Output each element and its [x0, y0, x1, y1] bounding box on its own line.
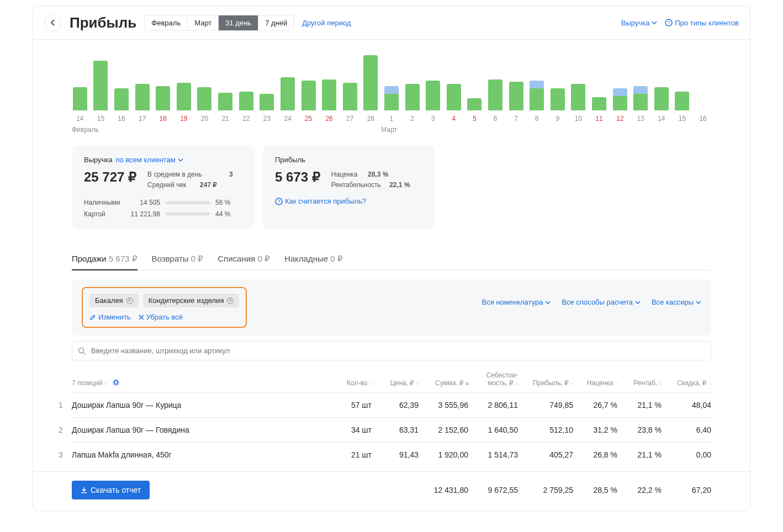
nomenclature-dropdown[interactable]: Вся номенклатура [482, 298, 551, 306]
chart-bar[interactable] [488, 79, 502, 110]
back-button[interactable] [44, 14, 62, 31]
rent-label: Рентабельность [331, 181, 381, 189]
chart-bar[interactable] [177, 83, 191, 110]
chart-day-label: 22 [238, 115, 255, 123]
chart-day-label: 10 [570, 115, 587, 123]
th-markup[interactable]: Наценка [587, 379, 613, 387]
chart-bar[interactable] [530, 81, 544, 110]
help-icon: ? [275, 198, 283, 205]
tab-Продажи[interactable]: Продажи 5 673 ₽ [72, 248, 137, 270]
th-sum[interactable]: Сумма, ₽ [435, 379, 464, 387]
about-clients-label: Про типы клиентов [675, 19, 739, 27]
download-report-button[interactable]: Скачать отчет [72, 481, 150, 499]
chart-bar[interactable] [551, 88, 565, 110]
chart-day-label: 18 [155, 115, 171, 123]
other-period-link[interactable]: Другой период [302, 19, 351, 27]
chart-bar[interactable] [467, 98, 482, 110]
method-dropdown[interactable]: Все способы расчета [562, 298, 640, 306]
chart-bar[interactable] [384, 86, 399, 110]
chart-bar[interactable] [675, 92, 689, 110]
chart-bar[interactable] [509, 82, 523, 110]
th-rent[interactable]: Рентаб. [633, 379, 657, 387]
chart-bar[interactable] [613, 88, 627, 110]
filter-chip[interactable]: Кондитерские изделия✕ [143, 294, 240, 307]
chart-bar[interactable] [405, 84, 420, 110]
chart-day-label: 5 [467, 115, 483, 123]
tab-Накладные[interactable]: Накладные 0 ₽ [284, 248, 343, 270]
revenue-filter-dropdown[interactable]: по всем клиентам [116, 156, 183, 164]
cash-value: 14 505 [127, 197, 160, 208]
chart-bar[interactable] [571, 84, 585, 110]
chart-bar[interactable] [114, 88, 129, 110]
chart-bar[interactable] [592, 97, 606, 110]
filter-chip[interactable]: Бакалея✕ [89, 294, 139, 307]
period-btn-0[interactable]: Февраль [145, 15, 188, 30]
avg-day-label: В среднем в день [147, 171, 202, 178]
help-icon: ? [665, 19, 673, 26]
chart-bar[interactable] [260, 94, 274, 110]
filter-clear-link[interactable]: Убрать всё [139, 313, 183, 321]
avg-check-value: 247 ₽ [192, 180, 217, 190]
revenue-card-title: Выручка [84, 156, 113, 164]
chart-bar[interactable] [301, 81, 316, 110]
chip-remove-icon[interactable]: ✕ [227, 297, 234, 304]
total-sum: 12 431,80 [419, 486, 468, 494]
th-qty[interactable]: Кол-во [347, 379, 367, 387]
chart-bar[interactable] [93, 61, 108, 110]
svg-text:?: ? [668, 20, 670, 25]
about-clients-link[interactable]: ? Про типы клиентов [665, 19, 739, 27]
revenue-card: Выручка по всем клиентам 25 727 ₽ В сред… [72, 146, 254, 230]
svg-point-6 [114, 381, 118, 384]
chart-bar[interactable] [426, 81, 440, 110]
chart-day-label: 7 [508, 115, 525, 123]
total-rent: 22,2 % [617, 486, 662, 494]
chart-day-label: 13 [632, 115, 649, 123]
chart-month-1: Февраль [72, 126, 381, 134]
chart-bar[interactable] [239, 92, 253, 110]
tab-Возвраты[interactable]: Возвраты 0 ₽ [152, 248, 204, 270]
chart-bar[interactable] [73, 87, 87, 110]
table-row[interactable]: 1Доширак Лапша 90г — Курица57 шт62,393 5… [72, 392, 711, 417]
search-input[interactable] [90, 346, 705, 355]
revenue-dropdown[interactable]: Выручка [621, 19, 658, 27]
chart-bar[interactable] [447, 84, 461, 110]
chart-bar[interactable] [197, 87, 211, 110]
total-markup: 28,5 % [573, 486, 617, 494]
filter-edit-link[interactable]: Изменить [89, 313, 131, 321]
th-price[interactable]: Цена, ₽ [390, 379, 415, 387]
svg-line-5 [83, 353, 85, 354]
chart-day-label: 8 [528, 115, 545, 123]
table-row[interactable]: 2Доширак Лапша 90г — Говядина34 шт63,312… [72, 417, 711, 442]
table-row[interactable]: 3Лапша Makfa длинная, 450г21 шт91,431 92… [72, 442, 711, 467]
total-disc: 67,20 [662, 486, 711, 494]
profit-help-link[interactable]: ? Как считается прибыль? [275, 197, 366, 205]
period-btn-2[interactable]: 31 день [219, 15, 258, 30]
chart-day-label: 15 [93, 115, 109, 123]
chevron-down-icon [545, 301, 551, 304]
period-btn-1[interactable]: Март [188, 15, 219, 30]
filter-edit-label: Изменить [98, 313, 131, 321]
chart-bar[interactable] [281, 77, 295, 110]
period-btn-3[interactable]: 7 дней [258, 15, 294, 30]
th-cost[interactable]: Себестои- мость, ₽ [486, 371, 518, 387]
chart-bar[interactable] [654, 87, 669, 110]
chart-bar[interactable] [135, 84, 150, 110]
cashier-dropdown[interactable]: Все кассиры [652, 298, 701, 306]
chart-bar[interactable] [363, 55, 378, 110]
chip-remove-icon[interactable]: ✕ [126, 297, 133, 304]
chart-bar[interactable] [322, 79, 336, 110]
sort-icon[interactable]: = [104, 381, 107, 386]
th-disc[interactable]: Скидка, ₽ [677, 379, 707, 387]
card-pct: 44 % [215, 209, 236, 220]
chart-bar[interactable] [343, 83, 357, 110]
tab-Списания[interactable]: Списания 0 ₽ [218, 248, 270, 270]
th-profit[interactable]: Прибыль, ₽ [533, 379, 569, 387]
chart-day-label: 14 [72, 115, 88, 123]
chart-day-label: 12 [612, 115, 628, 123]
search-row[interactable] [72, 341, 711, 360]
chart-bar[interactable] [156, 86, 170, 110]
gear-icon[interactable] [112, 379, 120, 386]
chart-bar[interactable] [218, 93, 232, 110]
chart-bar[interactable] [633, 86, 648, 110]
total-cost: 9 672,55 [468, 486, 518, 494]
